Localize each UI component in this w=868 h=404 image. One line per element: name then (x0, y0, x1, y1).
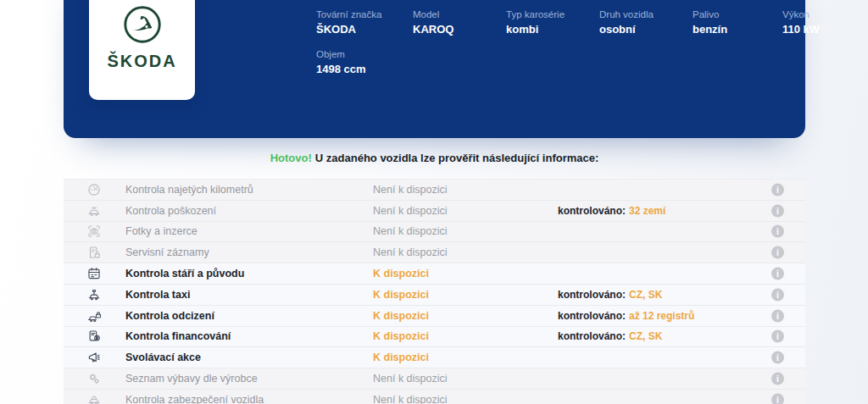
vehicle-field: Výkon 110 kW (782, 8, 868, 36)
table-row: Kontrola zabezpečení vozidla Není k disp… (64, 390, 805, 404)
row-status: Není k dispozici (373, 373, 448, 385)
row-label: Seznam výbavy dle výrobce (125, 373, 258, 385)
table-row: Fotky a inzerce Není k dispozici i (64, 222, 805, 243)
vehicle-field: Typ karosérie kombi (506, 8, 601, 36)
checked-label: kontrolováno: (558, 310, 626, 322)
row-label: Kontrola taxi (125, 289, 190, 301)
table-row: Kontrola poškození Není k dispozici kont… (64, 201, 805, 222)
skoda-wordmark: ŠKODA (107, 52, 176, 71)
field-value: ŠKODA (316, 23, 411, 36)
brand-logo-card: ŠKODA (89, 0, 195, 100)
check-table: Kontrola najetých kilometrů Není k dispo… (64, 179, 805, 404)
row-label: Kontrola financování (125, 330, 231, 342)
info-icon[interactable]: i (771, 393, 784, 404)
field-label: Tovární značka (316, 8, 411, 20)
checked-label: kontrolováno: (558, 330, 626, 342)
vehicle-field: Objem 1498 ccm (316, 48, 411, 75)
row-status: Není k dispozici (373, 225, 448, 237)
vehicle-field: Tovární značka ŠKODA (316, 8, 411, 36)
theft-icon (86, 308, 102, 324)
info-icon[interactable]: i (771, 183, 784, 196)
row-checked-info: kontrolováno:až 12 registrů (558, 310, 694, 322)
info-icon[interactable]: i (771, 373, 784, 385)
field-label: Model (413, 8, 508, 20)
field-value: osobní (599, 23, 694, 36)
odometer-icon (86, 182, 102, 197)
status-text: U zadaného vozidla lze prověřit následuj… (315, 152, 598, 164)
vehicle-field: Druh vozidla osobní (599, 8, 694, 36)
table-row: Kontrola financování K dispozici kontrol… (64, 327, 805, 348)
field-value: benzín (693, 23, 787, 36)
financing-icon (86, 329, 102, 344)
info-icon[interactable]: i (771, 309, 784, 322)
field-value: 110 kW (782, 23, 868, 36)
vehicle-field: Model KAROQ (413, 8, 508, 36)
result-status-line: Hotovo!U zadaného vozidla lze prověřit n… (64, 152, 805, 164)
field-value: kombi (506, 23, 601, 36)
row-status: K dispozici (373, 330, 429, 342)
info-icon[interactable]: i (771, 246, 784, 259)
row-status: Není k dispozici (373, 394, 448, 404)
field-value: 1498 ccm (316, 63, 411, 75)
row-status: Není k dispozici (373, 205, 448, 217)
info-icon[interactable]: i (771, 225, 784, 238)
gears-icon (86, 371, 102, 386)
calendar-icon (86, 266, 102, 281)
field-label: Palivo (693, 8, 787, 20)
row-label: Svolávací akce (125, 351, 201, 363)
checked-label: kontrolováno: (558, 289, 626, 301)
info-icon[interactable]: i (771, 330, 784, 343)
skoda-emblem-icon (121, 3, 164, 46)
table-row: Seznam výbavy dle výrobce Není k dispozi… (64, 368, 805, 390)
row-label: Kontrola poškození (125, 205, 216, 217)
damage-icon (86, 203, 102, 219)
vehicle-fields: Tovární značka ŠKODA Model KAROQ Typ kar… (316, 8, 859, 85)
field-label: Druh vozidla (599, 8, 694, 20)
row-label: Kontrola najetých kilometrů (125, 184, 253, 196)
row-label: Servisní záznamy (125, 246, 209, 258)
table-row: Kontrola odcizení K dispozici kontrolová… (64, 306, 805, 327)
field-label: Objem (316, 48, 411, 60)
field-label: Typ karosérie (506, 8, 601, 20)
checked-value: 32 zemí (629, 205, 665, 217)
row-status: K dispozici (373, 310, 429, 322)
car-security-icon (86, 392, 102, 404)
row-status: K dispozici (373, 289, 429, 301)
megaphone-icon (86, 350, 102, 365)
row-checked-info: kontrolováno:CZ, SK (558, 289, 662, 301)
taxi-icon (86, 287, 102, 302)
table-row: Svolávací akce K dispozici i (64, 347, 805, 368)
row-status: K dispozici (373, 351, 429, 363)
row-label: Kontrola zabezpečení vozidla (125, 394, 264, 404)
row-status: K dispozici (373, 268, 429, 279)
checked-value: CZ, SK (629, 289, 662, 301)
status-highlight: Hotovo! (270, 152, 312, 164)
vehicle-check-page: TMBJR7NUXJ2007073 kontrolní číslice je v… (0, 0, 868, 404)
info-icon[interactable]: i (771, 268, 784, 280)
row-label: Kontrola odcizení (125, 310, 214, 322)
row-checked-info: kontrolováno:CZ, SK (558, 330, 662, 342)
row-status: Není k dispozici (373, 184, 448, 196)
row-checked-info: kontrolováno:32 zemí (558, 205, 665, 217)
info-icon[interactable]: i (771, 204, 784, 217)
checked-value: až 12 registrů (629, 310, 694, 322)
table-row: Kontrola stáří a původu K dispozici i (64, 263, 805, 285)
camera-icon (86, 224, 102, 239)
row-label: Fotky a inzerce (125, 225, 198, 237)
vehicle-field: Palivo benzín (693, 8, 787, 36)
field-label: Výkon (782, 8, 868, 20)
info-icon[interactable]: i (771, 288, 784, 301)
table-row: Servisní záznamy Není k dispozici i (64, 242, 805, 263)
row-label: Kontrola stáří a původu (125, 268, 244, 279)
checked-value: CZ, SK (629, 330, 662, 342)
row-status: Není k dispozici (373, 246, 448, 258)
table-row: Kontrola taxi K dispozici kontrolováno:C… (64, 285, 805, 306)
service-records-icon (86, 245, 102, 260)
info-icon[interactable]: i (771, 351, 784, 364)
field-value: KAROQ (413, 23, 508, 36)
table-row: Kontrola najetých kilometrů Není k dispo… (64, 180, 805, 201)
checked-label: kontrolováno: (558, 205, 626, 217)
